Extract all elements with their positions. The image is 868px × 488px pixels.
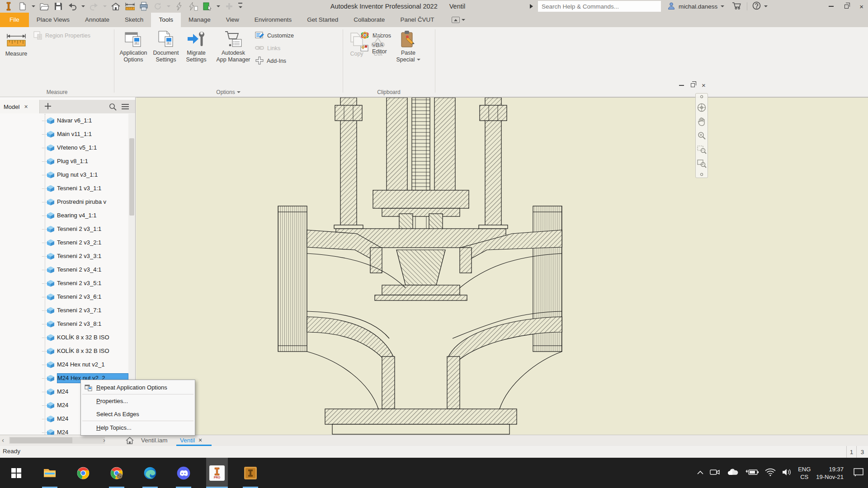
navbar-bottom-dot-icon[interactable] xyxy=(699,173,704,176)
taskbar-discord[interactable] xyxy=(173,458,194,488)
tree-item[interactable]: Main v11_1:1 xyxy=(0,127,128,141)
search-icon[interactable] xyxy=(108,103,117,113)
menu-item-help-topics[interactable]: Help Topics... xyxy=(81,421,195,434)
menu-item-select-as-edges[interactable]: Select As Edges xyxy=(81,408,195,421)
ribbon-tab-collaborate[interactable]: Collaborate xyxy=(346,13,392,27)
open-button[interactable] xyxy=(39,1,49,11)
undo-button[interactable] xyxy=(67,1,77,11)
taskbar-chrome[interactable] xyxy=(72,458,94,488)
doc-tab-ventil-active[interactable]: Ventil × xyxy=(180,435,202,445)
tree-item[interactable]: Tesneni 2 v3_3:1 xyxy=(0,249,128,263)
doc-tab-ventil-iam[interactable]: Ventil.iam xyxy=(141,435,168,445)
wifi-icon[interactable] xyxy=(764,468,776,478)
restore-button[interactable] xyxy=(844,5,849,9)
help-icon[interactable] xyxy=(752,1,761,11)
add-panel-button[interactable] xyxy=(44,102,52,112)
close-button[interactable]: × xyxy=(859,3,863,10)
navbar-options-dot-icon[interactable] xyxy=(699,95,704,99)
save-button[interactable] xyxy=(53,1,63,11)
document-restore-button[interactable] xyxy=(691,83,695,87)
close-icon[interactable]: × xyxy=(198,436,202,444)
tree-item[interactable]: Tesneni 2 v3_2:1 xyxy=(0,236,128,249)
taskbar-edge[interactable] xyxy=(139,458,161,488)
menu-item-properties[interactable]: Properties... xyxy=(81,394,195,408)
taskbar-inventor-document[interactable] xyxy=(240,458,261,488)
tree-item[interactable]: Tesneni 1 v3_1:1 xyxy=(0,182,128,195)
ribbon-tab-manage[interactable]: Manage xyxy=(181,13,218,27)
paste-special-button[interactable]: PasteSpecial xyxy=(391,29,426,63)
pan-hand-icon[interactable] xyxy=(697,117,707,127)
tray-chevron-up-icon[interactable] xyxy=(697,469,704,477)
zoom-selected-icon[interactable] xyxy=(697,159,707,169)
ribbon-tab-annotate[interactable]: Annotate xyxy=(77,13,117,27)
tree-item[interactable]: Tesneni 2 v3_7:1 xyxy=(0,304,128,317)
migrate-settings-button[interactable]: MigrateSettings xyxy=(182,29,211,63)
home-button[interactable] xyxy=(111,1,121,11)
navigation-wheel-icon[interactable] xyxy=(697,103,707,113)
meet-now-camera-icon[interactable] xyxy=(709,468,721,478)
ribbon-tab-tools[interactable]: Tools xyxy=(151,13,181,27)
help-search-input[interactable] xyxy=(538,1,661,12)
redo-button[interactable] xyxy=(89,1,99,11)
minimize-button[interactable] xyxy=(829,6,834,7)
new-dropdown-caret[interactable] xyxy=(32,5,35,9)
clipboard-group-label[interactable]: Clipboard xyxy=(343,89,435,95)
region-properties-button[interactable]: Region Properties xyxy=(33,30,90,41)
ribbon-tab-sketch[interactable]: Sketch xyxy=(117,13,151,27)
browser-horizontal-scrollbar[interactable] xyxy=(9,437,105,444)
update-button[interactable] xyxy=(153,1,163,11)
ribbon-tab-get-started[interactable]: Get Started xyxy=(299,13,346,27)
tree-item[interactable]: Tesneni 2 v3_4:1 xyxy=(0,263,128,277)
measure-group-label[interactable]: Measure xyxy=(0,89,114,95)
speaker-icon[interactable] xyxy=(782,468,793,478)
tree-item[interactable]: Tesneni 2 v3_1:1 xyxy=(0,222,128,236)
tree-item[interactable]: Prostredni piruba v xyxy=(0,195,128,209)
application-options-button[interactable]: ApplicationOptions xyxy=(117,29,150,63)
material-button[interactable] xyxy=(203,1,212,11)
zoom-icon[interactable] xyxy=(697,131,707,141)
zoom-window-icon[interactable] xyxy=(697,145,707,155)
ribbon-tab-file[interactable]: File xyxy=(0,13,29,27)
home-view-icon[interactable] xyxy=(125,436,134,446)
ribbon-tab-view[interactable]: View xyxy=(218,13,247,27)
notification-center-icon[interactable] xyxy=(853,467,864,479)
browser-panel-tab-model[interactable]: Model × xyxy=(0,100,40,113)
document-settings-button[interactable]: DocumentSettings xyxy=(151,29,181,63)
tree-item[interactable]: Vřeteno v5_1:1 xyxy=(0,141,128,155)
new-document-button[interactable] xyxy=(18,1,28,11)
graphics-viewport[interactable] xyxy=(136,97,868,435)
taskbar-file-explorer[interactable] xyxy=(39,458,61,488)
tree-item[interactable]: KOLÍK 8 x 32 B ISO xyxy=(0,331,128,344)
close-icon[interactable]: × xyxy=(24,103,28,110)
customize-button[interactable]: Customize xyxy=(255,30,294,41)
tree-item[interactable]: Tesneni 2 v3_5:1 xyxy=(0,277,128,290)
tree-item[interactable]: Tesneni 2 v3_8:1 xyxy=(0,317,128,331)
redo-dropdown-caret[interactable] xyxy=(103,5,107,9)
document-close-button[interactable]: × xyxy=(702,82,706,89)
ribbon-tab-panel-cvut[interactable]: Panel ČVUT xyxy=(392,13,442,27)
material-dropdown-caret[interactable] xyxy=(217,5,220,9)
measure-button[interactable]: Measure xyxy=(3,30,30,57)
scroll-right-arrow[interactable]: › xyxy=(103,436,105,444)
copy-button[interactable]: Copy xyxy=(346,30,367,57)
store-cart-icon[interactable] xyxy=(732,1,742,11)
start-button[interactable] xyxy=(5,458,27,488)
tree-item[interactable]: KOLÍK 8 x 32 B ISO xyxy=(0,344,128,358)
menu-item-repeat-application-options[interactable]: Repeat Application Options xyxy=(81,381,195,394)
clock[interactable]: 19:37 19-Nov-21 xyxy=(816,465,844,481)
browser-menu-icon[interactable] xyxy=(121,103,129,112)
ribbon-tab-environments[interactable]: Environments xyxy=(247,13,300,27)
tree-item[interactable]: Návar v6_1:1 xyxy=(0,114,128,127)
language-indicator[interactable]: ENG CS xyxy=(798,465,811,481)
ribbon-tab-place-views[interactable]: Place Views xyxy=(29,13,77,27)
tree-item[interactable]: Bearing v4_1:1 xyxy=(0,209,128,222)
user-dropdown-caret[interactable] xyxy=(721,5,724,9)
taskbar-inventor-active[interactable]: PRO xyxy=(206,458,228,488)
undo-dropdown-caret[interactable] xyxy=(81,5,85,9)
ilogic-trigger-icon[interactable] xyxy=(189,1,198,11)
tree-item[interactable]: M24 Hex nut v2_1 xyxy=(0,358,128,371)
scrollbar-thumb[interactable] xyxy=(129,138,134,216)
onedrive-cloud-icon[interactable] xyxy=(726,468,739,478)
measure-qat-button[interactable] xyxy=(125,1,135,11)
scrollbar-thumb[interactable] xyxy=(10,437,72,443)
